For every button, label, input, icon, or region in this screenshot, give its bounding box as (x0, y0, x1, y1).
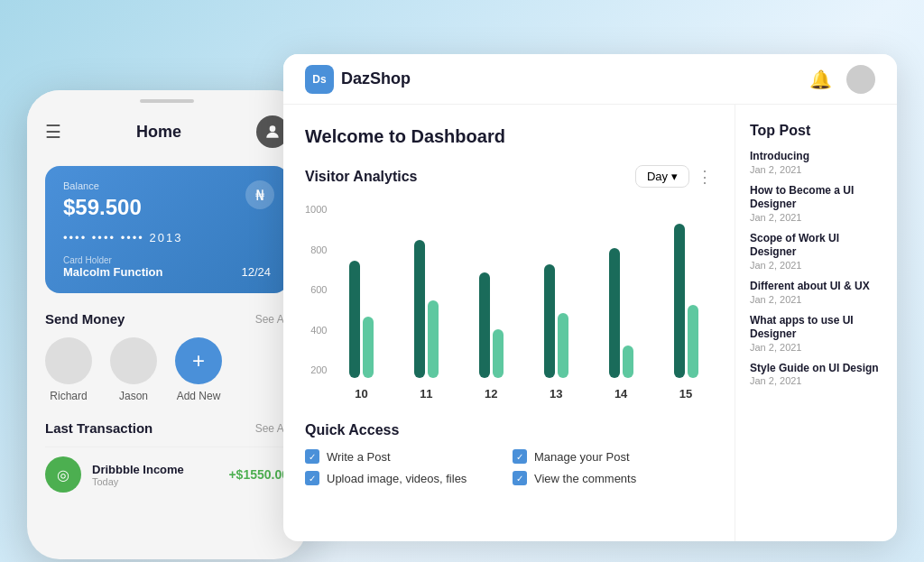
post-item[interactable]: Scope of Work UI DesignerJan 2, 2021 (750, 232, 882, 271)
x-label-14: 14 (594, 382, 648, 401)
desktop-content: Welcome to Dashboard Visitor Analytics D… (283, 105, 897, 541)
quick-access-item[interactable]: ✓Upload image, videos, files (305, 471, 505, 485)
bar-dark-15 (674, 224, 685, 378)
send-money-title: Send Money (45, 311, 125, 327)
svg-point-0 (270, 125, 276, 132)
dropdown-chevron-icon: ▾ (671, 170, 678, 183)
phone-body: ₦ Balance $59.500 •••• •••• •••• 2013 Ca… (27, 155, 307, 559)
main-area: Welcome to Dashboard Visitor Analytics D… (283, 105, 735, 541)
x-label-15: 15 (659, 382, 713, 401)
bank-card: ₦ Balance $59.500 •••• •••• •••• 2013 Ca… (45, 166, 289, 293)
contact-add-new[interactable]: + Add New (175, 337, 222, 402)
notification-bell-icon[interactable]: 🔔 (809, 69, 832, 90)
contact-avatar-richard (45, 337, 92, 384)
bar-dark-11 (414, 240, 425, 378)
y-label-400: 400 (305, 325, 327, 336)
phone-header: ☰ Home (27, 108, 307, 155)
transaction-name: Dribbble Income (92, 463, 217, 476)
quick-access-title: Quick Access (305, 422, 713, 438)
bar-dark-14 (609, 248, 620, 378)
post-item[interactable]: Style Guide on UI DesignJan 2, 2021 (750, 362, 882, 387)
last-transaction-title: Last Transaction (45, 420, 152, 436)
contact-avatar-jason (110, 337, 157, 384)
bar-pair-12 (479, 207, 504, 378)
contact-name-richard: Richard (50, 390, 87, 402)
logo-icon: Ds (305, 65, 334, 94)
top-post-title: Top Post (750, 123, 882, 139)
hamburger-icon[interactable]: ☰ (45, 121, 61, 143)
post-item-date: Jan 2, 2021 (750, 342, 882, 353)
analytics-header: Visitor Analytics Day ▾ ⋮ (305, 165, 713, 188)
analytics-title: Visitor Analytics (305, 169, 418, 185)
card-balance-label: Balance (63, 180, 271, 191)
bars-row (334, 207, 713, 382)
checkbox-icon[interactable]: ✓ (513, 471, 527, 485)
card-number: •••• •••• •••• 2013 (63, 231, 271, 244)
bar-dark-10 (349, 261, 360, 378)
bar-pair-14 (609, 207, 633, 378)
post-item[interactable]: IntroducingJan 2, 2021 (750, 150, 882, 175)
chart-container: 200 400 600 800 1000 101112131415 (305, 202, 713, 401)
post-item-title: What apps to use UI Designer (750, 314, 882, 342)
user-avatar[interactable] (846, 65, 875, 94)
transaction-icon: ◎ (45, 456, 81, 493)
post-item-title: Different about UI & UX (750, 280, 882, 294)
transaction-amount: +$1550.00 (228, 467, 289, 482)
card-holder-name: Malcolm Function (63, 265, 163, 279)
chart-bars-area: 101112131415 (334, 207, 713, 401)
mobile-phone: ☰ Home ₦ Balance $59.500 •••• •••• •••• … (27, 90, 307, 559)
bar-pair-15 (674, 207, 698, 378)
period-label: Day (647, 170, 668, 183)
x-label-13: 13 (529, 382, 583, 401)
send-money-contacts: Richard Jason + Add New (45, 337, 289, 402)
contact-jason[interactable]: Jason (110, 337, 157, 402)
bar-dark-13 (544, 264, 555, 378)
post-item[interactable]: What apps to use UI DesignerJan 2, 2021 (750, 314, 882, 353)
top-post-sidebar: Top Post IntroducingJan 2, 2021How to Be… (735, 105, 897, 541)
add-contact-button[interactable]: + (175, 337, 222, 384)
period-dropdown[interactable]: Day ▾ (635, 165, 689, 188)
desktop-logo: Ds DazShop (305, 65, 411, 94)
quick-access-item[interactable]: ✓View the comments (513, 471, 713, 485)
quick-access-label: Upload image, videos, files (327, 472, 467, 485)
contact-richard[interactable]: Richard (45, 337, 92, 402)
y-label-200: 200 (305, 364, 327, 375)
phone-home-label: Home (61, 123, 256, 142)
transaction-details: Dribbble Income Today (92, 463, 217, 487)
card-footer: Card Holder Malcolm Function 12/24 (63, 255, 271, 279)
posts-list: IntroducingJan 2, 2021How to Become a UI… (750, 150, 882, 386)
post-item-date: Jan 2, 2021 (750, 164, 882, 175)
post-item-date: Jan 2, 2021 (750, 212, 882, 223)
quick-access-label: View the comments (534, 472, 636, 485)
bar-light-13 (558, 313, 568, 378)
card-holder-label: Card Holder (63, 255, 163, 265)
send-money-header: Send Money See All (45, 311, 289, 327)
post-item-title: Introducing (750, 150, 882, 164)
quick-access-section: Quick Access ✓Write a Post✓Manage your P… (305, 422, 713, 485)
desktop-header-right: 🔔 (809, 65, 875, 94)
x-label-11: 11 (399, 382, 453, 401)
checkbox-icon[interactable]: ✓ (305, 471, 319, 485)
quick-access-item[interactable]: ✓Write a Post (305, 449, 505, 464)
bar-light-10 (363, 317, 374, 378)
checkbox-icon[interactable]: ✓ (513, 449, 527, 464)
logo-text: DazShop (341, 69, 411, 88)
bar-group-10 (334, 207, 388, 378)
x-label-12: 12 (464, 382, 518, 401)
bar-pair-10 (349, 207, 374, 378)
bar-group-14 (594, 207, 648, 378)
post-item[interactable]: How to Become a UI DesignerJan 2, 2021 (750, 184, 882, 223)
bar-dark-12 (479, 272, 490, 378)
post-item[interactable]: Different about UI & UXJan 2, 2021 (750, 280, 882, 305)
more-options-icon[interactable]: ⋮ (697, 167, 713, 187)
chart-y-labels: 200 400 600 800 1000 (305, 204, 327, 375)
post-item-date: Jan 2, 2021 (750, 375, 882, 386)
checkbox-icon[interactable]: ✓ (305, 449, 319, 464)
post-item-title: Scope of Work UI Designer (750, 232, 882, 260)
bar-pair-13 (544, 207, 568, 378)
quick-access-item[interactable]: ✓Manage your Post (513, 449, 713, 464)
bar-light-15 (688, 305, 698, 378)
y-label-600: 600 (305, 284, 327, 295)
transaction-item[interactable]: ◎ Dribbble Income Today +$1550.00 (45, 447, 289, 502)
card-expiry: 12/24 (241, 265, 271, 279)
